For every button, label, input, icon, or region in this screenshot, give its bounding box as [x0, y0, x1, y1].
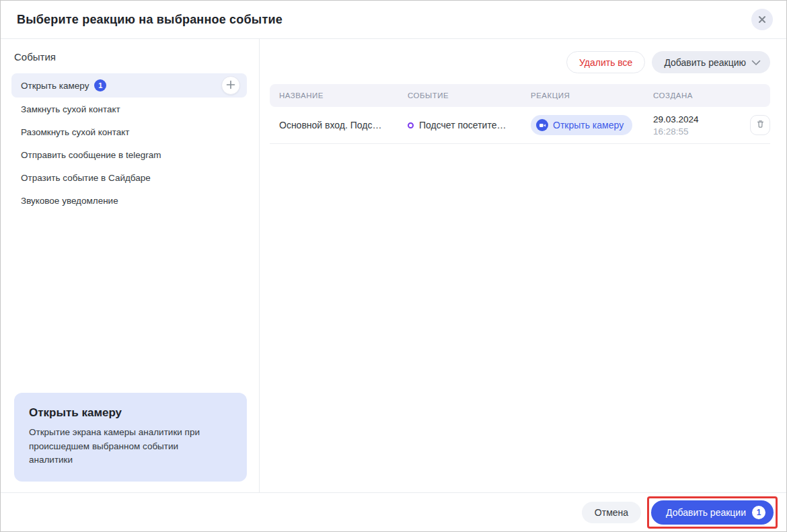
row-created: 29.03.2024 16:28:55: [644, 114, 739, 137]
panel-toolbar: Удалить все Добавить реакцию: [270, 51, 770, 73]
add-reactions-label: Добавить реакции: [666, 507, 746, 518]
add-reactions-submit-button[interactable]: Добавить реакции 1: [651, 500, 774, 525]
close-button[interactable]: [751, 9, 773, 30]
add-reaction-dropdown[interactable]: Добавить реакцию: [652, 51, 770, 73]
row-reaction: Открыть камеру: [521, 115, 644, 135]
trash-icon: [755, 119, 765, 131]
sidebar-item-open-dry-contact[interactable]: Разомкнуть сухой контакт: [11, 120, 247, 143]
reaction-dialog: Выберите реакцию на выбранное событие Со…: [0, 0, 787, 532]
column-header-created: СОЗДАНА: [644, 91, 739, 100]
reaction-chip-label: Открыть камеру: [553, 120, 624, 130]
dialog-title: Выберите реакцию на выбранное событие: [17, 13, 283, 27]
camera-icon: [536, 119, 548, 131]
sidebar-item-open-camera[interactable]: Открыть камеру 1: [11, 73, 247, 98]
reaction-chip[interactable]: Открыть камеру: [531, 115, 632, 135]
sidebar-title: События: [14, 51, 247, 63]
sidebar-item-close-dry-contact[interactable]: Замкнуть сухой контакт: [11, 98, 247, 120]
row-event: Подсчет посетите…: [398, 120, 521, 130]
row-actions: [739, 115, 770, 135]
plus-icon: [225, 79, 236, 92]
dialog-body: События Открыть камеру 1 Замкнуть сухой …: [1, 39, 786, 492]
row-name: Основной вход. Подс…: [270, 120, 398, 130]
reaction-count-badge: 1: [94, 79, 106, 91]
cancel-button[interactable]: Отмена: [582, 502, 641, 523]
sidebar-item-send-telegram[interactable]: Отправить сообщение в telegram: [11, 143, 247, 166]
reactions-table: НАЗВАНИЕ СОБЫТИЕ РЕАКЦИЯ СОЗДАНА Основно…: [270, 84, 770, 144]
row-created-date: 29.03.2024: [653, 114, 739, 124]
info-card-description: Открытие экрана камеры аналитики при про…: [29, 426, 217, 467]
sidebar-item-show-in-sidebar[interactable]: Отразить событие в Сайдбаре: [11, 166, 247, 189]
dialog-footer: Отмена Добавить реакции 1: [1, 492, 786, 531]
column-header-name: НАЗВАНИЕ: [270, 91, 398, 100]
event-info-card: Открыть камеру Открытие экрана камеры ан…: [14, 393, 247, 482]
delete-all-button[interactable]: Удалить все: [566, 51, 645, 73]
events-list: Открыть камеру 1 Замкнуть сухой контакт …: [11, 73, 247, 212]
reactions-panel: Удалить все Добавить реакцию НАЗВАНИЕ СО…: [260, 39, 786, 492]
add-reaction-dropdown-label: Добавить реакцию: [664, 57, 746, 68]
table-header-row: НАЗВАНИЕ СОБЫТИЕ РЕАКЦИЯ СОЗДАНА: [270, 84, 770, 107]
row-created-time: 16:28:55: [653, 126, 739, 137]
sidebar-item-label: Открыть камеру: [21, 81, 89, 91]
chevron-down-icon: [751, 57, 761, 68]
table-row: Основной вход. Подс… Подсчет посетите… О…: [270, 107, 770, 144]
annotation-highlight-box: Добавить реакции 1: [647, 496, 778, 529]
dialog-header: Выберите реакцию на выбранное событие: [1, 1, 786, 39]
row-event-label: Подсчет посетите…: [419, 120, 506, 130]
delete-row-button[interactable]: [750, 115, 770, 135]
events-sidebar: События Открыть камеру 1 Замкнуть сухой …: [1, 39, 260, 492]
column-header-reaction: РЕАКЦИЯ: [521, 91, 644, 100]
column-header-event: СОБЫТИЕ: [398, 91, 521, 100]
selected-count-badge: 1: [752, 506, 765, 519]
close-icon: [757, 15, 767, 24]
info-card-title: Открыть камеру: [29, 406, 232, 420]
analytics-event-icon: [408, 122, 414, 128]
add-reaction-plus-button[interactable]: [221, 76, 240, 95]
sidebar-item-sound-notification[interactable]: Звуковое уведомление: [11, 189, 247, 212]
